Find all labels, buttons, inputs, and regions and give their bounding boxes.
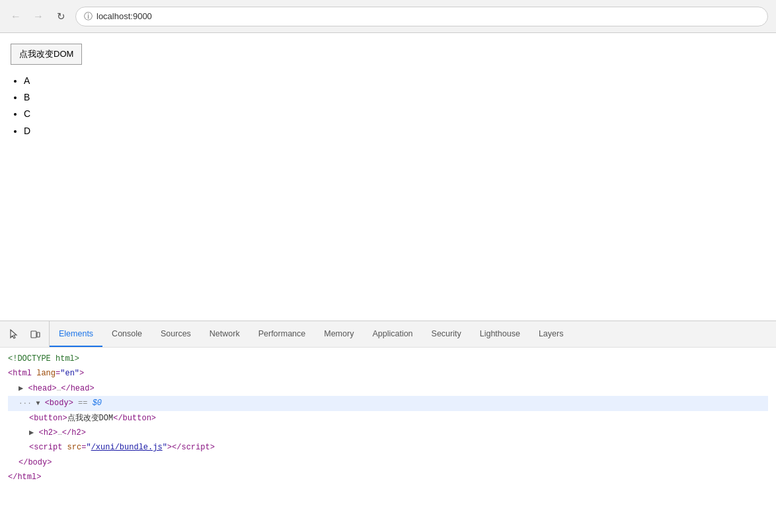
dom-script[interactable]: <script src="/xuni/bundle.js"></script>: [8, 440, 768, 455]
change-dom-button[interactable]: 点我改变DOM: [11, 44, 82, 65]
list-item: A: [24, 73, 765, 89]
dom-button[interactable]: <button>点我改变DOM</button>: [8, 411, 768, 426]
device-toolbar-button[interactable]: [26, 326, 44, 343]
list-item: D: [24, 123, 765, 139]
list-item: B: [24, 89, 765, 106]
devtools-tabs: Elements Console Sources Network Perform…: [50, 321, 776, 347]
devtools-elements-panel: <!DOCTYPE html> <html lang="en"> ▶ <head…: [0, 348, 776, 489]
forward-button[interactable]: →: [30, 9, 46, 24]
devtools-icon-group: [0, 321, 50, 347]
back-button[interactable]: ←: [8, 9, 24, 24]
dom-head: ▶ <head>…</head>: [8, 381, 768, 396]
tab-layers[interactable]: Layers: [529, 321, 573, 347]
devtools-toolbar: Elements Console Sources Network Perform…: [0, 321, 776, 348]
url-display: localhost:9000: [97, 11, 152, 21]
dom-html-open: <html lang="en">: [8, 366, 768, 381]
tab-lighthouse[interactable]: Lighthouse: [471, 321, 529, 347]
svg-rect-1: [37, 332, 40, 337]
list-item: C: [24, 106, 765, 122]
dom-html-close: </html>: [8, 470, 768, 484]
tab-performance[interactable]: Performance: [249, 321, 315, 347]
dom-body-selected[interactable]: ··· ▼ <body> == $0: [8, 396, 768, 410]
dom-h2[interactable]: ▶ <h2>…</h2>: [8, 426, 768, 440]
tab-elements[interactable]: Elements: [50, 321, 102, 347]
tab-security[interactable]: Security: [422, 321, 471, 347]
tab-sources[interactable]: Sources: [151, 321, 200, 347]
browser-chrome: ← → ↻ ⓘ localhost:9000: [0, 0, 776, 33]
devtools-panel: Elements Console Sources Network Perform…: [0, 321, 776, 532]
tab-memory[interactable]: Memory: [315, 321, 363, 347]
security-info-icon: ⓘ: [84, 11, 93, 22]
refresh-button[interactable]: ↻: [53, 9, 69, 24]
svg-rect-0: [31, 331, 36, 338]
address-bar[interactable]: ⓘ localhost:9000: [75, 7, 768, 26]
page-list: A B C D: [11, 73, 765, 139]
dom-doctype: <!DOCTYPE html>: [8, 352, 768, 366]
dom-body-close: </body>: [8, 455, 768, 470]
tab-network[interactable]: Network: [200, 321, 249, 347]
inspect-element-button[interactable]: [5, 326, 22, 343]
tab-application[interactable]: Application: [363, 321, 422, 347]
page-content: 点我改变DOM A B C D: [0, 33, 776, 321]
tab-console[interactable]: Console: [102, 321, 151, 347]
